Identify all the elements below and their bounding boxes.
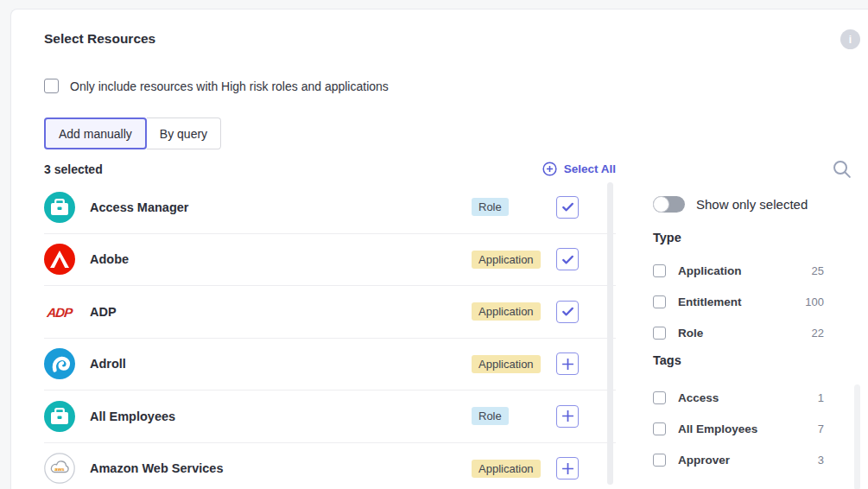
filter-checkbox[interactable] bbox=[653, 422, 666, 435]
select-all-label: Select All bbox=[564, 162, 616, 175]
resource-row: Adroll Application bbox=[44, 339, 616, 391]
resource-name: All Employees bbox=[90, 410, 472, 423]
filter-item: Application 25 bbox=[653, 255, 824, 286]
mode-tabs: Add manually By query bbox=[44, 117, 221, 149]
high-risk-checkbox-label: Only include resources with High risk ro… bbox=[70, 79, 389, 93]
filter-count: 1 bbox=[818, 391, 824, 404]
filter-label: Approver bbox=[678, 454, 730, 467]
resource-list: Access Manager Role Adobe Application bbox=[44, 181, 616, 489]
page-title: Select Resources bbox=[44, 31, 155, 47]
resource-name: Access Manager bbox=[90, 200, 472, 214]
briefcase-icon bbox=[44, 192, 75, 223]
select-resources-card: Select Resources Only include resources … bbox=[10, 9, 868, 489]
resource-add-button[interactable] bbox=[556, 405, 579, 428]
filter-checkbox[interactable] bbox=[653, 327, 666, 340]
aws-icon: aws bbox=[44, 453, 75, 484]
info-icon[interactable] bbox=[840, 29, 860, 49]
filter-checkbox[interactable] bbox=[653, 264, 666, 277]
show-only-selected-row: Show only selected bbox=[653, 196, 824, 213]
resource-row: aws Amazon Web Services Application bbox=[44, 443, 616, 489]
resource-row: ADP ADP Application bbox=[44, 286, 616, 339]
type-filter-list: Application 25 Entitlement 100 Role 22 bbox=[653, 255, 824, 348]
resource-row: Adobe Application bbox=[44, 234, 616, 287]
filter-count: 22 bbox=[812, 327, 824, 340]
resource-add-button[interactable] bbox=[556, 352, 579, 375]
filter-label: Entitlement bbox=[678, 295, 742, 308]
resource-type-badge: Application bbox=[472, 302, 541, 321]
show-only-selected-toggle[interactable] bbox=[653, 196, 685, 213]
filter-item: Access 1 bbox=[653, 382, 824, 413]
high-risk-checkbox[interactable] bbox=[44, 79, 59, 93]
briefcase-icon bbox=[44, 401, 75, 432]
select-resources-screen: Select Resources Only include resources … bbox=[0, 0, 868, 489]
filter-checkbox[interactable] bbox=[653, 391, 666, 404]
filter-panel: Show only selected Type Application 25 E… bbox=[653, 194, 824, 475]
adobe-icon bbox=[44, 244, 75, 275]
resource-type-badge: Role bbox=[472, 407, 509, 425]
resource-checkbox-checked[interactable] bbox=[556, 248, 579, 270]
toggle-knob bbox=[653, 196, 669, 213]
tab-add-manually[interactable]: Add manually bbox=[44, 117, 147, 149]
filter-item: Role 22 bbox=[653, 317, 824, 348]
resource-row: All Employees Role bbox=[44, 391, 616, 443]
svg-text:aws: aws bbox=[54, 467, 65, 472]
panel-scrollbar[interactable] bbox=[854, 384, 860, 489]
high-risk-filter-row: Only include resources with High risk ro… bbox=[44, 79, 389, 93]
show-only-selected-label: Show only selected bbox=[696, 197, 808, 212]
list-header: 3 selected Select All bbox=[44, 162, 616, 176]
filter-count: 100 bbox=[805, 295, 824, 308]
filter-label: All Employees bbox=[678, 422, 757, 435]
adp-icon: ADP bbox=[44, 296, 75, 327]
resource-name: Amazon Web Services bbox=[90, 461, 472, 475]
tags-filter-list: Access 1 All Employees 7 Approver 3 bbox=[653, 382, 824, 475]
tab-by-query[interactable]: By query bbox=[147, 117, 221, 149]
resource-checkbox-checked[interactable] bbox=[556, 196, 579, 219]
filter-label: Application bbox=[678, 264, 742, 277]
filter-checkbox[interactable] bbox=[653, 295, 666, 308]
resource-type-badge: Application bbox=[472, 460, 541, 478]
resource-type-badge: Application bbox=[472, 355, 541, 373]
filter-item: Entitlement 100 bbox=[653, 286, 824, 317]
selected-count: 3 selected bbox=[44, 162, 103, 176]
resource-name: Adroll bbox=[90, 357, 472, 371]
filter-count: 7 bbox=[818, 422, 824, 435]
resource-type-badge: Application bbox=[472, 251, 541, 269]
type-filter-heading: Type bbox=[653, 231, 824, 246]
filter-item: All Employees 7 bbox=[653, 413, 824, 444]
list-scrollbar[interactable] bbox=[607, 182, 613, 485]
plus-circle-icon bbox=[542, 162, 557, 176]
resource-row: Access Manager Role bbox=[44, 181, 616, 234]
select-all-button[interactable]: Select All bbox=[542, 162, 616, 176]
filter-count: 25 bbox=[812, 264, 824, 277]
filter-label: Role bbox=[678, 327, 703, 340]
filter-item: Approver 3 bbox=[653, 444, 824, 475]
resource-name: Adobe bbox=[90, 252, 472, 266]
resource-type-badge: Role bbox=[472, 198, 509, 216]
resource-checkbox-checked[interactable] bbox=[556, 301, 579, 323]
adroll-icon bbox=[44, 348, 75, 379]
tags-filter-heading: Tags bbox=[653, 353, 824, 369]
filter-count: 3 bbox=[818, 454, 824, 467]
filter-label: Access bbox=[678, 391, 719, 404]
resource-name: ADP bbox=[90, 305, 472, 319]
filter-checkbox[interactable] bbox=[653, 454, 666, 467]
resource-add-button[interactable] bbox=[556, 457, 579, 479]
search-icon[interactable] bbox=[830, 157, 854, 181]
